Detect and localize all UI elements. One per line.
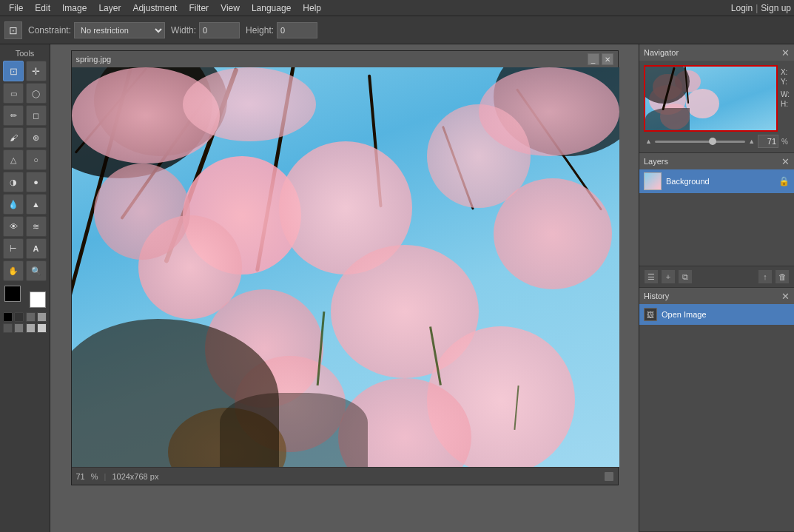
tool-crop[interactable]: ⊡ [3, 61, 24, 81]
tool-lasso[interactable]: ◯ [26, 83, 47, 104]
layers-close-button[interactable]: ✕ [781, 156, 790, 167]
quick-3[interactable] [26, 312, 36, 322]
tool-fill[interactable]: ▲ [26, 194, 47, 215]
canvas-dimensions: 1024x768 px [112, 472, 158, 481]
tool-eraser[interactable]: ◻ [26, 105, 47, 126]
canvas-titlebar: spring.jpg _ ✕ [72, 51, 618, 67]
quick-select-grid [3, 312, 47, 333]
menu-layer[interactable]: Layer [92, 1, 127, 15]
menu-image[interactable]: Image [56, 1, 92, 15]
canvas-close-button[interactable]: ✕ [602, 53, 613, 65]
nav-w-label: W: [781, 90, 790, 98]
navigator-panel-header: Navigator ✕ [639, 44, 794, 61]
layer-delete-button[interactable]: 🗑 [775, 269, 790, 284]
history-open-image-icon: 🖼 [644, 308, 657, 321]
crop-tool-icon[interactable]: ⊡ [4, 21, 22, 39]
history-open-image-row[interactable]: 🖼 Open Image [639, 304, 794, 325]
layer-settings-button[interactable]: ☰ [644, 269, 659, 284]
zoom-in-icon[interactable]: ▲ [748, 138, 755, 145]
canvas-minimize-button[interactable]: _ [588, 53, 599, 65]
quick-5[interactable] [3, 323, 13, 333]
layers-title: Layers [644, 157, 668, 166]
zoom-slider[interactable] [655, 141, 745, 143]
tool-brush[interactable]: 🖌 [3, 127, 24, 148]
tool-text[interactable]: A [26, 238, 47, 259]
navigator-zoom-row: ▲ ▲ % [644, 135, 790, 148]
blossom-cluster-9 [494, 178, 612, 289]
canvas-scrollbar-v[interactable] [605, 472, 613, 481]
foreground-color-swatch[interactable] [4, 286, 21, 302]
tool-eye[interactable]: 👁 [3, 216, 24, 237]
blossom-top-2 [183, 67, 316, 141]
quick-6[interactable] [14, 323, 24, 333]
canvas-statusbar: 71 % | 1024x768 px [72, 467, 618, 485]
history-close-button[interactable]: ✕ [781, 291, 790, 302]
nav-h-label: H: [781, 100, 790, 108]
navigator-thumbnail[interactable] [644, 65, 778, 132]
tool-burn[interactable]: ● [26, 172, 47, 192]
nav-y-label: Y: [781, 78, 790, 86]
nav-x-label: X: [781, 68, 790, 76]
navigator-title: Navigator [644, 48, 679, 57]
tool-dodge[interactable]: ◑ [3, 172, 24, 192]
login-link[interactable]: Login [731, 3, 753, 13]
right-panels: Navigator ✕ [639, 44, 794, 532]
canvas-image[interactable] [72, 67, 619, 467]
layers-panel: Layers ✕ Background 🔒 ☰ + ⧉ ↑ 🗑 [639, 153, 794, 288]
canvas-title: spring.jpg [76, 55, 112, 64]
tool-measure[interactable]: ⊢ [3, 238, 24, 259]
history-content: 🖼 Open Image [639, 304, 794, 531]
menu-filter[interactable]: Filter [183, 1, 215, 15]
tool-clone[interactable]: ⊕ [26, 127, 47, 148]
tool-zoom[interactable]: 🔍 [26, 260, 47, 281]
menu-help[interactable]: Help [297, 1, 327, 15]
constraint-select[interactable]: No restriction Fixed Aspect Ratio Fixed … [74, 22, 165, 38]
layer-add-button[interactable]: + [661, 269, 676, 284]
tool-pencil[interactable]: ✏ [3, 105, 24, 126]
menu-edit[interactable]: Edit [29, 1, 56, 15]
width-input[interactable] [199, 22, 240, 38]
menu-adjustment[interactable]: Adjustment [127, 1, 183, 15]
canvas-zoom-unit: % [91, 472, 98, 481]
tool-eyedrop[interactable]: 💧 [3, 194, 24, 215]
background-color-swatch[interactable] [30, 292, 46, 308]
layer-duplicate-button[interactable]: ⧉ [678, 269, 693, 284]
auth-area: Login | Sign up [731, 3, 791, 13]
menu-file[interactable]: File [3, 1, 29, 15]
zoom-out-icon[interactable]: ▲ [645, 138, 652, 145]
tool-hand[interactable]: ✋ [3, 260, 24, 281]
quick-7[interactable] [26, 323, 36, 333]
zoom-unit: % [781, 138, 788, 146]
canvas-area: spring.jpg _ ✕ [50, 44, 639, 532]
zoom-slider-thumb[interactable] [709, 138, 716, 145]
canvas-zoom-value: 71 [76, 472, 85, 481]
quick-8[interactable] [37, 323, 47, 333]
tool-rect-select[interactable]: ▭ [3, 83, 24, 104]
auth-separator: | [756, 3, 758, 13]
navigator-close-button[interactable]: ✕ [781, 47, 790, 58]
quick-2[interactable] [14, 312, 24, 322]
layers-empty-area [639, 193, 794, 252]
menu-language[interactable]: Language [246, 1, 297, 15]
tool-sharpen[interactable]: △ [3, 149, 24, 170]
history-panel: History ✕ 🖼 Open Image [639, 288, 794, 532]
menu-bar: File Edit Image Layer Adjustment Filter … [0, 0, 794, 16]
signup-link[interactable]: Sign up [761, 3, 791, 13]
history-title: History [644, 292, 669, 300]
navigator-coords: X: Y: W: H: [781, 65, 790, 132]
history-empty-area [639, 325, 794, 384]
layer-move-up-button[interactable]: ↑ [758, 269, 773, 284]
quick-4[interactable] [37, 312, 47, 322]
height-input[interactable] [277, 22, 317, 38]
tools-grid: ⊡ ✛ ▭ ◯ ✏ ◻ 🖌 ⊕ △ ○ ◑ ● 💧 ▲ 👁 ≋ ⊢ A ✋ 🔍 [3, 61, 47, 281]
layer-background-thumb [644, 172, 662, 190]
tool-smudge[interactable]: ≋ [26, 216, 47, 237]
zoom-value-input[interactable] [758, 135, 778, 148]
menu-view[interactable]: View [215, 1, 246, 15]
layers-toolbar: ☰ + ⧉ ↑ 🗑 [639, 266, 794, 287]
tool-blur[interactable]: ○ [26, 149, 47, 170]
tool-move[interactable]: ✛ [26, 61, 47, 81]
layer-background-row[interactable]: Background 🔒 [639, 169, 794, 193]
tools-label: Tools [3, 47, 47, 61]
quick-1[interactable] [3, 312, 13, 322]
